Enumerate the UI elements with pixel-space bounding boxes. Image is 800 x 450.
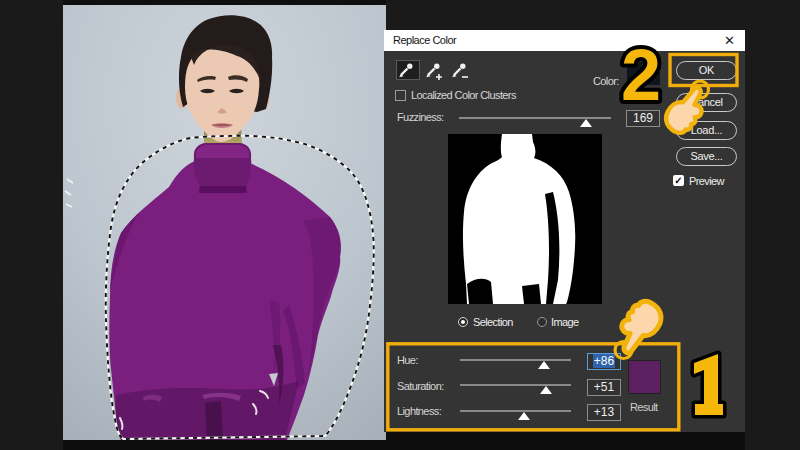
svg-text:2: 2	[621, 35, 661, 115]
